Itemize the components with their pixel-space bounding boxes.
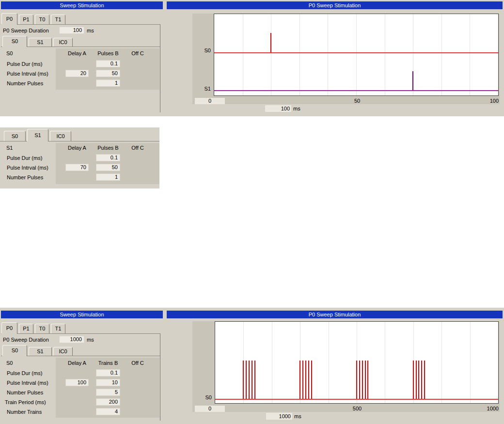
tab-t0-bottom[interactable]: T0 [35, 324, 49, 333]
sweep-duration-field-top[interactable]: 100 [59, 27, 84, 34]
plot-gridline [441, 322, 442, 403]
pulse-s0 [413, 361, 414, 399]
plot-gridline [243, 14, 243, 95]
pulse-s1 [412, 71, 413, 90]
pulse-s0 [421, 361, 422, 399]
plot-title-bottom: P0 Sweep Stimulation [167, 311, 503, 318]
scale-unit-top: ms [293, 106, 300, 111]
trace-label-s0-top: S0 [197, 47, 211, 53]
field-pulse-intrval-a-bottom[interactable]: 100 [65, 379, 89, 386]
field-pulse-intrval-a-top[interactable]: 20 [65, 70, 89, 77]
pulse-s0 [365, 361, 366, 399]
pulse-s0 [254, 361, 255, 399]
subtab-ic0-middle[interactable]: IC0 [50, 131, 71, 141]
pulse-s0 [246, 361, 247, 399]
row-label-number-pulses-middle: Number Pulses [7, 174, 43, 180]
field-pulse-dur-b-middle[interactable]: 0.1 [96, 154, 120, 161]
sweep-duration-field-bottom[interactable]: 1000 [59, 336, 84, 343]
trace-baseline-s0 [214, 52, 498, 53]
tab-p0-bottom[interactable]: P0 [1, 322, 17, 334]
row-label-pulse-intrval-middle: Pulse Intrval (ms) [7, 165, 48, 171]
axis-tick-max-bottom: 1000 [402, 406, 499, 411]
field-pulse-intrval-a-middle[interactable]: 70 [65, 164, 89, 171]
plot-gridline [272, 322, 272, 403]
pulse-s0 [252, 361, 252, 399]
plot-gridline [299, 14, 300, 95]
scale-field-bottom[interactable]: 1000 [266, 413, 292, 420]
plot-frame-top: S0 S1 0 50 100 [192, 14, 500, 104]
pulse-s0 [359, 361, 360, 399]
plot-gridline [441, 14, 442, 95]
field-pulse-intrval-b-middle[interactable]: 50 [96, 164, 120, 171]
axis-zero-box-top[interactable]: 0 [195, 98, 225, 104]
pulse-s0 [311, 361, 312, 399]
pulse-s0 [367, 361, 368, 399]
axis-tick-mid-top: 50 [298, 98, 417, 104]
plot-gridline [470, 322, 471, 403]
pulse-s0 [418, 361, 419, 399]
row-label-pulse-dur-middle: Pulse Dur (ms) [7, 155, 42, 161]
scale-unit-bottom: ms [294, 413, 301, 419]
axis-tick-max-top: 100 [402, 98, 499, 104]
field-number-pulses-b-middle[interactable]: 1 [96, 173, 120, 181]
tab-t1-bottom[interactable]: T1 [51, 324, 65, 333]
plot-gridline [385, 322, 385, 403]
plot-gridline [271, 14, 271, 95]
pulse-s0 [305, 361, 306, 399]
pulse-s0 [299, 361, 300, 399]
col-off-c-middle: Off C [127, 145, 148, 151]
pulse-s0 [308, 361, 309, 399]
plot-gridline [329, 322, 329, 403]
subtab-s1-middle[interactable]: S1 [27, 129, 48, 141]
subtab-s0-middle[interactable]: S0 [4, 131, 26, 141]
pulse-s0 [270, 33, 271, 52]
field-train-period-b-bottom[interactable]: 200 [96, 398, 120, 406]
pulse-s0 [416, 361, 417, 399]
field-number-pulses-b-top[interactable]: 1 [96, 79, 120, 87]
pulse-s0 [302, 361, 303, 399]
scale-field-top[interactable]: 100 [265, 105, 291, 112]
pulse-s0 [362, 361, 363, 399]
subtab-s0-bottom[interactable]: S0 [2, 345, 27, 356]
plot-frame-bottom: S0 0 500 1000 [192, 321, 500, 412]
field-pulse-dur-b-top[interactable]: 0.1 [96, 60, 120, 67]
pulse-s0 [356, 361, 357, 399]
tab-p0-top[interactable]: P0 [1, 13, 17, 25]
axis-tick-mid-bottom: 500 [298, 406, 417, 411]
pulse-s0 [424, 361, 425, 399]
tab-t0-top[interactable]: T0 [35, 15, 49, 24]
field-number-pulses-b-bottom[interactable]: 5 [96, 389, 120, 396]
tab-p1-top[interactable]: P1 [19, 15, 33, 24]
trace-label-s1-top: S1 [197, 86, 211, 92]
plot-gridline [356, 14, 357, 95]
plot-title-top: P0 Sweep Stimulation [167, 1, 503, 9]
tab-p1-bottom[interactable]: P1 [19, 324, 33, 333]
col-delay-a-middle: Delay A [65, 145, 89, 151]
trace-label-s0-bottom: S0 [198, 394, 212, 400]
field-pulse-intrval-b-bottom[interactable]: 10 [96, 379, 120, 386]
plot-gridline [385, 14, 385, 95]
plot-area [214, 14, 499, 96]
sweep-stimulation-title-bottom: Sweep Stimulation [1, 311, 163, 318]
pulse-s0 [243, 361, 244, 399]
plot-gridline [328, 14, 328, 95]
col-pulses-b-middle: Pulses B [96, 145, 120, 151]
field-pulse-intrval-b-top[interactable]: 50 [96, 70, 120, 77]
sweep-stimulation-title-top: Sweep Stimulation [1, 1, 163, 9]
table-name-middle: S1 [6, 145, 13, 151]
plot-area [215, 321, 499, 404]
subtab-pageline-middle [0, 141, 159, 141]
pulse-s0 [249, 361, 250, 399]
trace-baseline-s0 [215, 399, 498, 400]
field-pulse-dur-b-bottom[interactable]: 0.1 [96, 369, 120, 377]
field-number-trains-b-bottom[interactable]: 4 [96, 408, 120, 415]
trace-baseline-s1 [214, 90, 498, 91]
subtab-s0-top[interactable]: S0 [2, 36, 27, 47]
axis-zero-box-bottom[interactable]: 0 [195, 406, 225, 412]
plot-gridline [470, 14, 470, 95]
screen: Sweep Stimulation P0 P1 T0 T1 P0 Sweep D… [0, 0, 504, 424]
tab-t1-top[interactable]: T1 [51, 15, 65, 24]
